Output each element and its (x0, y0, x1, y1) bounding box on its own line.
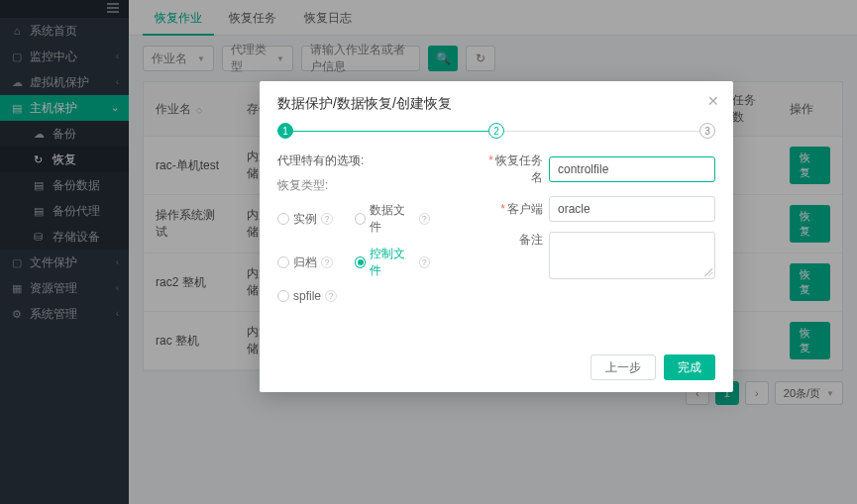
resize-handle-icon[interactable] (704, 268, 712, 276)
modal-title: 数据保护/数据恢复/创建恢复 (277, 95, 452, 111)
radio-archive[interactable]: 归档? (277, 246, 353, 279)
task-name-label: *恢复任务名 (480, 152, 543, 186)
agent-options-panel: 代理特有的选项: 恢复类型: 实例? 数据文件? 归档? 控制文件? spfil… (277, 152, 470, 309)
modal-header: 数据保护/数据恢复/创建恢复 ✕ (260, 81, 733, 123)
step-1: 1 (277, 123, 293, 139)
done-button[interactable]: 完成 (664, 354, 715, 380)
radio-datafile[interactable]: 数据文件? (355, 202, 430, 236)
task-name-input[interactable] (549, 156, 715, 182)
close-button[interactable]: ✕ (707, 93, 719, 109)
radio-instance[interactable]: 实例? (277, 202, 353, 236)
step-line (293, 131, 488, 132)
help-icon[interactable]: ? (419, 213, 430, 225)
help-icon[interactable]: ? (321, 256, 333, 268)
remark-textarea[interactable] (549, 232, 715, 279)
modal-body: 代理特有的选项: 恢复类型: 实例? 数据文件? 归档? 控制文件? spfil… (260, 152, 733, 309)
section-title: 代理特有的选项: (277, 152, 470, 169)
create-restore-modal: 数据保护/数据恢复/创建恢复 ✕ 1 2 3 代理特有的选项: 恢复类型: 实例… (260, 81, 733, 392)
help-icon[interactable]: ? (325, 290, 337, 302)
step-2: 2 (488, 123, 504, 139)
help-icon[interactable]: ? (419, 256, 430, 268)
radio-spfile[interactable]: spfile? (277, 289, 353, 303)
radio-icon (355, 213, 366, 225)
restore-type-radios: 实例? 数据文件? 归档? 控制文件? spfile? (277, 202, 470, 309)
step-3: 3 (699, 123, 715, 139)
radio-icon (277, 213, 289, 225)
radio-icon (277, 256, 289, 268)
step-line (504, 131, 699, 132)
remark-label: 备注 (480, 232, 543, 249)
modal-footer: 上一步 完成 (590, 354, 715, 380)
help-icon[interactable]: ? (321, 213, 333, 225)
radio-controlfile[interactable]: 控制文件? (355, 246, 430, 279)
form-panel: *恢复任务名 *客户端 备注 (480, 152, 715, 309)
step-indicator: 1 2 3 (260, 123, 733, 152)
client-label: *客户端 (480, 201, 543, 218)
radio-icon (355, 256, 366, 268)
restore-type-label: 恢复类型: (277, 177, 470, 194)
prev-button[interactable]: 上一步 (590, 354, 656, 380)
client-input[interactable] (549, 196, 715, 222)
radio-icon (277, 290, 289, 302)
